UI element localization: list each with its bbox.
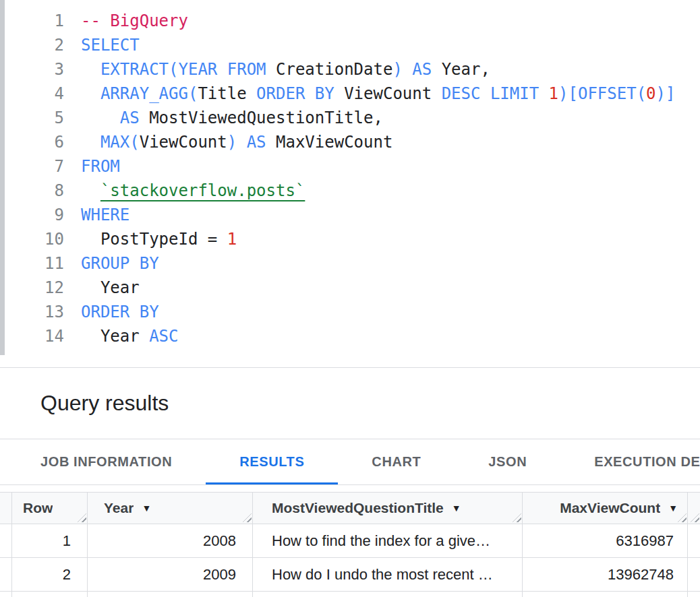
tab-label: JSON (488, 454, 527, 470)
cell-empty (688, 592, 700, 597)
cell-value: 6316987 (616, 532, 674, 550)
code-token: 1 (227, 230, 237, 249)
code-line[interactable]: 5 AS MostViewedQuestionTitle, (0, 106, 700, 130)
code-line[interactable]: 6 MAX(ViewCount) AS MaxViewCount (0, 130, 700, 154)
code-line[interactable]: 3 EXTRACT(YEAR FROM CreationDate) AS Yea… (0, 57, 700, 82)
code-token (81, 60, 100, 79)
cell-title: How do I undo the most recent … (253, 558, 523, 591)
results-table: RowYear▼MostViewedQuestionTitle▼MaxViewC… (0, 492, 700, 597)
column-dropdown-icon[interactable]: ▼ (142, 503, 151, 513)
code-token: ARRAY_AGG( (100, 84, 198, 103)
line-number: 6 (0, 130, 64, 154)
code-token (81, 84, 100, 103)
line-number: 11 (0, 251, 64, 276)
code-line[interactable]: 10 PostTypeId = 1 (0, 227, 700, 251)
code-line[interactable]: 1-- BigQuery (0, 9, 700, 33)
cell-value: 2009 (203, 566, 236, 584)
line-number: 12 (0, 276, 64, 300)
code-line[interactable]: 11GROUP BY (0, 251, 700, 276)
code-token: DESC LIMIT (442, 84, 539, 103)
code-token: ASC (149, 327, 178, 346)
column-resize-handle[interactable] (691, 513, 699, 522)
query-results-section: Query results (0, 368, 700, 439)
cell-row: 2 (12, 558, 88, 591)
column-dropdown-icon[interactable]: ▼ (668, 503, 678, 513)
column-resize-handle[interactable] (78, 513, 86, 522)
code-line[interactable]: 12 Year (0, 276, 700, 300)
code-line-content: WHERE (64, 203, 129, 227)
tab-execution-details[interactable]: EXECUTION DETAILS (560, 439, 700, 484)
code-line[interactable]: 9WHERE (0, 203, 700, 227)
code-line-content: MAX(ViewCount) AS MaxViewCount (64, 130, 392, 154)
code-line-content: GROUP BY (64, 251, 159, 276)
line-number: 10 (0, 227, 64, 251)
code-line[interactable]: 13ORDER BY (0, 300, 700, 324)
cell-value: 1 (63, 532, 71, 550)
code-token (539, 84, 548, 103)
line-number: 7 (0, 154, 64, 179)
column-resize-handle[interactable] (678, 513, 687, 522)
line-number: 5 (0, 106, 64, 130)
cell-extra (688, 558, 700, 591)
code-area[interactable]: 1-- BigQuery2SELECT3 EXTRACT(YEAR FROM C… (0, 9, 700, 348)
query-results-title: Query results (0, 368, 700, 416)
line-number: 14 (0, 324, 64, 348)
code-line-content: Year ASC (64, 324, 179, 348)
code-token: Year (81, 278, 140, 297)
code-token: GROUP BY (81, 254, 159, 273)
code-token (403, 60, 412, 79)
column-resize-handle[interactable] (243, 513, 252, 522)
cell-max_view_count: 13962748 (523, 558, 688, 591)
col-header-title: MostViewedQuestionTitle▼ (253, 493, 523, 524)
code-line[interactable]: 4 ARRAY_AGG(Title ORDER BY ViewCount DES… (0, 82, 700, 106)
col-header-label: Row (23, 500, 53, 516)
code-token: -- BigQuery (81, 11, 188, 30)
code-line-content: -- BigQuery (64, 9, 188, 33)
code-line[interactable]: 2SELECT (0, 33, 700, 57)
row-gutter (0, 592, 12, 597)
code-line[interactable]: 14 Year ASC (0, 324, 700, 348)
tab-job-information[interactable]: JOB INFORMATION (7, 439, 206, 484)
code-line[interactable]: 8 `stackoverflow.posts` (0, 179, 700, 203)
cell-value: 2 (63, 566, 71, 584)
code-token: MostViewedQuestionTitle, (140, 108, 383, 127)
code-token: EXTRACT(YEAR FROM (100, 60, 266, 79)
code-token: ViewCount (334, 84, 442, 103)
code-line-content: EXTRACT(YEAR FROM CreationDate) AS Year, (64, 57, 490, 82)
code-line-content: ARRAY_AGG(Title ORDER BY ViewCount DESC … (64, 82, 675, 106)
tab-json[interactable]: JSON (455, 439, 560, 484)
code-line[interactable]: 7FROM (0, 154, 700, 179)
line-number: 1 (0, 9, 64, 33)
column-resize-handle[interactable] (513, 513, 521, 522)
code-token: FROM (81, 157, 120, 176)
line-number: 13 (0, 300, 64, 324)
code-line-content: `stackoverflow.posts` (64, 179, 305, 203)
cell-max_view_count: 6316987 (523, 524, 688, 557)
code-token: CreationDate (266, 60, 393, 79)
code-token: MAX( (100, 133, 140, 152)
sql-editor[interactable]: 1-- BigQuery2SELECT3 EXTRACT(YEAR FROM C… (0, 0, 700, 368)
col-header-extra (688, 493, 700, 524)
table-body: 12008How to find the index for a give…63… (0, 524, 700, 597)
cell-title: How to find the index for a give… (253, 524, 523, 557)
tab-results[interactable]: RESULTS (206, 439, 338, 484)
results-tabbar: JOB INFORMATIONRESULTSCHARTJSONEXECUTION… (0, 439, 700, 485)
code-token (81, 181, 100, 200)
code-token: ) (227, 133, 237, 152)
row-gutter (0, 493, 12, 524)
editor-scrollbar-thumb[interactable] (0, 0, 5, 355)
column-dropdown-icon[interactable]: ▼ (452, 503, 461, 513)
code-token: AS (247, 133, 266, 152)
table-header-row: RowYear▼MostViewedQuestionTitle▼MaxViewC… (0, 492, 700, 524)
cell-empty (523, 592, 688, 597)
table-reference-link[interactable]: `stackoverflow.posts` (100, 181, 305, 200)
cell-empty (12, 592, 88, 597)
line-number: 4 (0, 82, 64, 106)
table-row: 22009How do I undo the most recent …1396… (0, 558, 700, 592)
line-number: 9 (0, 203, 64, 227)
col-header-year: Year▼ (88, 493, 253, 524)
tab-chart[interactable]: CHART (338, 439, 455, 484)
code-token: Title (198, 84, 256, 103)
cell-value: How do I undo the most recent … (272, 566, 493, 584)
code-token: 0 (646, 84, 655, 103)
